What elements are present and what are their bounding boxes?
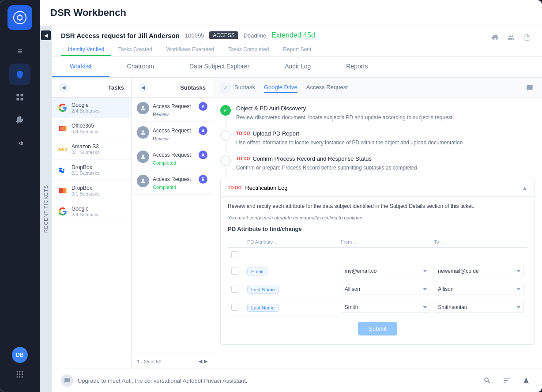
task-detail-content: TO DO Confirm Process Record and Respons… <box>236 155 535 172</box>
task-name: Amazon S3 <box>72 143 126 150</box>
task-name: DropBox <box>72 164 126 170</box>
sidebar-item-settings[interactable] <box>9 132 30 154</box>
search-bottom-icon[interactable] <box>480 373 494 388</box>
task-item[interactable]: Google 2/4 Subtasks <box>52 201 131 222</box>
pd-checkbox[interactable] <box>231 251 238 258</box>
pd-to-select-lastname[interactable]: Smithsonian <box>434 302 524 313</box>
svg-rect-5 <box>21 98 23 101</box>
progress-tab-identity[interactable]: Identity Verified <box>61 44 111 56</box>
pd-table-header: PD Attribute ↓ From ↓ To ↓ <box>228 237 527 248</box>
svg-point-23 <box>142 179 144 181</box>
recent-tickets-tab[interactable]: ◀ Recent Tickets <box>40 26 52 392</box>
rectification-title: TO DO Rectification Log <box>228 185 288 191</box>
svg-point-13 <box>19 376 20 377</box>
tasks-panel-title: Tasks <box>108 84 124 91</box>
subtasks-nav-prev[interactable]: ◀ <box>139 83 147 92</box>
subtask-type: Access Request <box>153 128 191 134</box>
rectification-description: Review and rectify each attribute for th… <box>228 197 527 213</box>
pd-from-select-email[interactable]: my@email.co <box>341 266 431 276</box>
detail-actions <box>524 83 535 93</box>
pagination-prev[interactable]: ◀ <box>199 358 202 364</box>
pd-title: PD Attribute to find/change <box>228 226 527 232</box>
pd-checkbox[interactable] <box>231 286 238 293</box>
detail-tab-subtask[interactable]: Subtask <box>234 82 255 93</box>
ticket-info: DSR Access request for Jill Anderson 100… <box>61 31 315 39</box>
pd-table-row: First Name Allison <box>228 280 527 298</box>
subtask-item[interactable]: Access Request E Completed <box>132 170 213 195</box>
task-item[interactable]: DropBox 0/1 Subtasks <box>52 181 131 201</box>
navigate-bottom-icon[interactable] <box>519 373 533 388</box>
pd-to-select-firstname[interactable]: Allison <box>434 284 524 294</box>
subtask-item[interactable]: Access Request A Review <box>132 98 213 122</box>
subtask-avatar <box>137 175 149 187</box>
task-item[interactable]: DropBox 0/1 Subtasks <box>52 160 131 181</box>
svg-rect-2 <box>17 94 19 97</box>
pd-to-select-email[interactable]: newemail@co.de <box>434 266 524 276</box>
sidebar-nav <box>9 64 30 347</box>
detail-header: ⤢ Subtask Google Drive Access Request <box>213 78 542 98</box>
task-item[interactable]: Office365 0/4 Subtasks <box>52 118 131 139</box>
collapse-chevron-icon[interactable]: ▲ <box>522 185 527 191</box>
user-avatar[interactable]: DB <box>12 347 28 363</box>
task-icon-google2 <box>57 206 68 217</box>
sidebar-item-shield[interactable] <box>9 64 30 85</box>
sidebar-item-dashboard[interactable] <box>9 87 30 108</box>
subtasks-panel-header: ◀ Subtasks <box>132 78 213 98</box>
task-item[interactable]: AWS Amazon S3 0/1 Subtasks <box>52 139 131 160</box>
subtask-header: Access Request A Completed <box>137 151 207 166</box>
pd-from-select-firstname[interactable]: Allison <box>341 284 431 294</box>
pd-checkbox[interactable] <box>231 304 238 311</box>
task-list: Google 2/4 Subtasks Office365 <box>52 98 131 369</box>
subtask-type: Access Request <box>153 176 191 182</box>
tasks-panel: ◀ Tasks Google 2/4 Subta <box>52 78 132 369</box>
subtask-avatar <box>137 151 149 163</box>
progress-tab-report[interactable]: Report Sent <box>276 44 318 56</box>
detail-panel-wrapper: ⤢ Subtask Google Drive Access Request <box>213 78 542 369</box>
comment-icon[interactable] <box>524 83 535 93</box>
tab-worklist[interactable]: Worklist <box>52 57 109 77</box>
filter-bottom-icon[interactable] <box>500 373 514 388</box>
ticket-area: ◀ Recent Tickets DSR Access request for … <box>40 26 542 392</box>
pd-from-select-lastname[interactable]: Smith <box>341 302 431 313</box>
tab-data-subject-explorer[interactable]: Data Subject Explorer <box>172 57 267 77</box>
svg-point-9 <box>17 373 18 375</box>
detail-tab-access-request[interactable]: Access Request <box>306 82 348 93</box>
task-item[interactable]: Google 2/4 Subtasks <box>52 98 131 118</box>
svg-point-8 <box>22 371 23 373</box>
svg-rect-19 <box>63 188 66 193</box>
user-icon[interactable] <box>505 31 517 44</box>
tab-reports[interactable]: Reports <box>328 57 385 77</box>
task-subtasks: 2/4 Subtasks <box>72 108 126 113</box>
menu-hamburger-icon[interactable]: ≡ <box>11 42 29 60</box>
task-detail-title: Object & PD Auti-Discovery <box>236 105 535 112</box>
submit-button[interactable]: Submit <box>358 322 397 335</box>
task-info: Google 2/4 Subtasks <box>72 206 126 217</box>
tab-chatroom[interactable]: Chatroom <box>109 57 172 77</box>
svg-point-1 <box>18 16 22 19</box>
task-detail-item: ✓ Object & PD Auti-Discovery Review disc… <box>220 105 535 121</box>
svg-rect-17 <box>60 127 63 130</box>
subtask-item[interactable]: Access Request A Completed <box>132 146 213 170</box>
subtask-item[interactable]: Access Request A Review <box>132 122 213 146</box>
subtask-info: Access Request A Review <box>153 126 207 141</box>
expand-button[interactable]: ⤢ <box>220 83 231 93</box>
sidebar-item-tools[interactable] <box>9 109 30 131</box>
progress-tab-completed[interactable]: Tasks Completed <box>221 44 276 56</box>
tab-audit-log[interactable]: Audit Log <box>267 57 328 77</box>
apps-grid-icon[interactable] <box>12 366 28 382</box>
detail-tab-google-drive[interactable]: Google Drive <box>264 82 297 93</box>
collapse-button[interactable]: ◀ <box>41 30 51 40</box>
pd-section: PD Attribute to find/change PD Attribute… <box>228 226 527 337</box>
subtask-badge: A <box>199 151 207 159</box>
rectification-header[interactable]: TO DO Rectification Log ▲ <box>221 179 534 196</box>
print-icon[interactable] <box>489 31 501 44</box>
progress-tab-workflows[interactable]: Workflows Executed <box>159 44 222 56</box>
logo-icon <box>13 11 27 25</box>
document-icon[interactable] <box>521 31 533 44</box>
svg-rect-16 <box>63 126 66 131</box>
pd-checkbox[interactable] <box>231 268 238 275</box>
tasks-nav-prev[interactable]: ◀ <box>59 83 68 92</box>
pd-table: PD Attribute ↓ From ↓ To ↓ <box>228 237 527 317</box>
pagination-next[interactable]: ▶ <box>204 358 207 364</box>
progress-tab-tasks[interactable]: Tasks Created <box>111 44 159 56</box>
